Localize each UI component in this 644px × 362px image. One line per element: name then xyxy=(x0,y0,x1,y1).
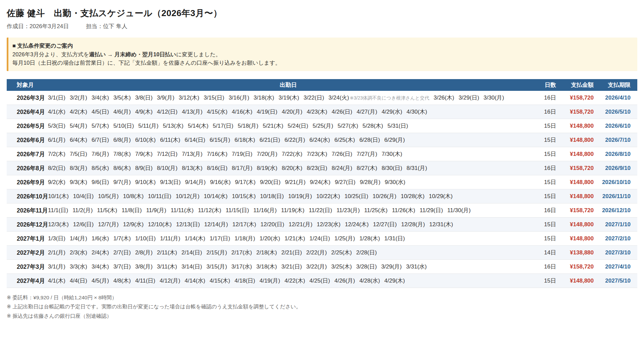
work-date: 9/16(水) xyxy=(210,178,230,186)
work-date: 3/22(月) xyxy=(306,263,327,270)
work-dates-cell: 3/1(日)3/2(月)3/4(水)3/5(木)3/8(日)3/9(月)3/12… xyxy=(48,92,529,103)
work-date: 3/19(木) xyxy=(279,94,299,102)
work-date: 10/12(月) xyxy=(176,192,200,200)
table-row: 2026年3月3/1(日)3/2(月)3/4(水)3/5(木)3/8(日)3/9… xyxy=(7,91,637,105)
day-count-cell: 15日 xyxy=(529,122,556,130)
work-date: 4/13(月) xyxy=(182,108,202,116)
payment-amount-cell: ¥148,800 xyxy=(556,221,594,228)
staff-name: 担当：位下 隼人 xyxy=(86,23,127,29)
work-date: 5/25(月) xyxy=(313,122,333,130)
work-date: 1/31(日) xyxy=(384,235,405,242)
day-count-cell: 16日 xyxy=(529,263,556,270)
work-date: 8/6(木) xyxy=(113,164,131,172)
work-date: 11/12(木) xyxy=(198,206,221,214)
day-count-cell: 16日 xyxy=(529,164,556,172)
work-date: 3/11(木) xyxy=(157,263,177,270)
work-date: 11/11(水) xyxy=(171,206,194,214)
work-date: 7/2(木) xyxy=(48,150,65,158)
work-date: 4/4(日) xyxy=(70,277,87,285)
work-date: 6/29(月) xyxy=(384,136,405,144)
payment-amount-cell: ¥148,800 xyxy=(556,193,594,200)
schedule-document: 佐藤 健斗 出勤・支払スケジュール（2026年3月〜） 作成日：2026年3月2… xyxy=(0,0,644,320)
work-date: 2/8(月) xyxy=(135,249,153,256)
work-date: 9/14(月) xyxy=(185,178,206,186)
payment-amount-cell: ¥148,800 xyxy=(556,179,594,186)
work-date: 3/15(月) xyxy=(206,263,227,270)
work-date: 1/25(月) xyxy=(334,235,355,242)
work-date: 9/6(日) xyxy=(92,178,109,186)
work-date: 5/3(日) xyxy=(48,122,65,130)
work-date: 4/30(木) xyxy=(407,108,427,116)
work-date: 5/27(水) xyxy=(337,122,358,130)
work-date: 4/15(木) xyxy=(210,277,230,285)
day-count-cell: 15日 xyxy=(529,136,556,144)
day-count-cell: 15日 xyxy=(529,192,556,200)
header-payment-deadline: 支払期限 xyxy=(594,81,637,89)
work-date: 2/18(木) xyxy=(256,249,277,256)
work-date: 9/7(月) xyxy=(113,178,131,186)
work-date: 10/29(木) xyxy=(429,192,453,200)
payment-deadline-cell: 2026/6/10 xyxy=(594,123,637,129)
work-date: 2/14(日) xyxy=(181,249,202,256)
work-date: 12/28(月) xyxy=(401,221,425,228)
work-date: 11/22(日) xyxy=(309,206,332,214)
work-dates-cell: 8/2(日)8/3(月)8/5(水)8/6(木)8/9(日)8/10(月)8/1… xyxy=(48,163,529,174)
work-date: 1/10(日) xyxy=(135,235,156,242)
payment-amount-cell: ¥158,720 xyxy=(556,109,594,115)
work-date: 4/16(木) xyxy=(232,108,252,116)
work-date: 9/21(月) xyxy=(285,178,305,186)
work-date: 10/4(日) xyxy=(73,192,94,200)
work-date: 5/13(水) xyxy=(163,122,183,130)
work-date: 4/18(日) xyxy=(234,277,255,285)
work-date: 3/2(月) xyxy=(70,94,87,102)
work-date: 5/24(日) xyxy=(288,122,308,130)
work-date: 3/18(水) xyxy=(254,94,274,102)
work-date: 9/2(水) xyxy=(48,178,65,186)
payment-deadline-cell: 2026/10/10 xyxy=(594,179,637,186)
work-date: 2/25(木) xyxy=(331,249,352,256)
month-cell: 2026年5月 xyxy=(7,122,48,130)
header-day-count: 日数 xyxy=(529,81,556,89)
work-date: 10/1(木) xyxy=(48,192,68,200)
work-date: 11/29(日) xyxy=(420,206,443,214)
month-cell: 2026年12月 xyxy=(7,221,48,229)
work-date: 2/21(日) xyxy=(281,249,302,256)
work-dates-cell: 4/1(水)4/2(木)4/5(日)4/6(月)4/9(木)4/12(日)4/1… xyxy=(48,106,529,117)
payment-deadline-cell: 2027/5/10 xyxy=(594,278,637,284)
payment-amount-cell: ¥158,720 xyxy=(556,165,594,172)
work-date: 8/31(月) xyxy=(407,164,427,172)
work-date: 12/31(木) xyxy=(429,221,453,228)
work-date: 1/17(日) xyxy=(210,235,230,242)
work-date: 12/9(水) xyxy=(123,221,144,228)
work-date: 6/25(木) xyxy=(334,136,355,144)
work-date: 8/24(月) xyxy=(332,164,352,172)
work-dates-cell: 10/1(木)10/4(日)10/5(月)10/8(木)10/11(日)10/1… xyxy=(48,191,529,202)
work-date: 8/30(日) xyxy=(382,164,402,172)
work-date: 7/26(日) xyxy=(332,150,352,158)
work-date: 10/19(月) xyxy=(288,192,312,200)
work-date: 10/18(日) xyxy=(260,192,284,200)
work-date: 1/3(日) xyxy=(48,235,65,242)
work-date: 6/18(木) xyxy=(234,136,255,144)
work-date: 4/28(水) xyxy=(359,277,380,285)
work-date: 3/4(水) xyxy=(92,94,109,102)
work-date: 4/12(日) xyxy=(157,108,177,116)
work-date: 3/24(火) xyxy=(328,94,349,102)
notice-line-2: 毎月10日（土日祝の場合は前営業日）に、下記「支払金額」を佐藤さんの口座へ振り込… xyxy=(12,59,631,67)
work-date: 1/21(木) xyxy=(284,235,305,242)
payment-amount-cell: ¥158,720 xyxy=(556,95,594,101)
work-dates-cell: 6/1(月)6/4(木)6/7(日)6/8(月)6/10(水)6/11(木)6/… xyxy=(48,134,529,145)
work-date: 10/25(日) xyxy=(344,192,368,200)
work-date: 5/4(月) xyxy=(70,122,87,130)
work-date: 11/19(木) xyxy=(281,206,305,214)
work-date: 6/28(日) xyxy=(359,136,380,144)
day-count-cell: 15日 xyxy=(529,150,556,158)
table-header-row: 対象月 出勤日 日数 支払金額 支払期限 xyxy=(7,79,637,91)
month-cell: 2027年1月 xyxy=(7,235,48,243)
work-date: 3/26(木) xyxy=(434,94,454,102)
work-date: 3/17(水) xyxy=(231,263,252,270)
work-date: 1/20(水) xyxy=(260,235,280,242)
payment-amount-cell: ¥158,720 xyxy=(556,207,594,214)
day-count-cell: 16日 xyxy=(529,94,556,102)
payment-deadline-cell: 2027/1/10 xyxy=(594,221,637,228)
